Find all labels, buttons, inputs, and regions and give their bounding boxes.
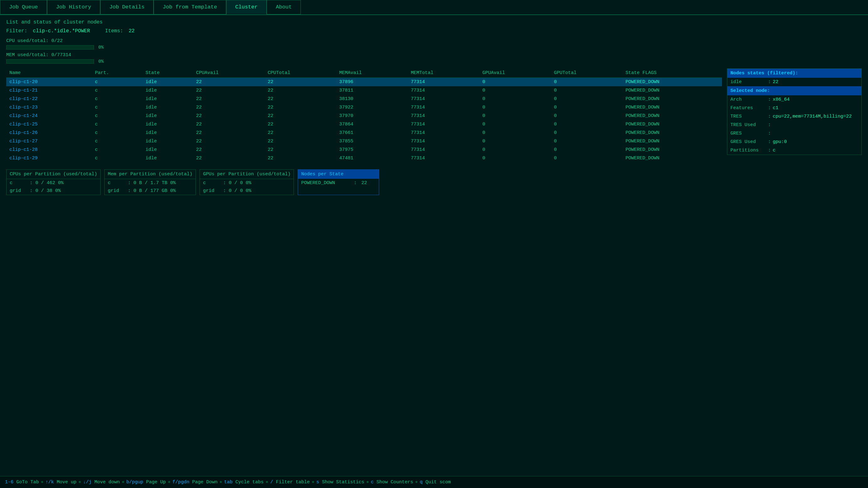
node-tres-value: cpu=22,mem=77314M,billing=22 — [773, 114, 852, 119]
tab-job-details[interactable]: Job Details — [100, 0, 154, 15]
cell-cpuavail: 22 — [193, 137, 265, 145]
table-row[interactable]: clip-c1-26 c idle 22 22 37661 77314 0 0 … — [6, 128, 722, 137]
table-row[interactable]: clip-c1-27 c idle 22 22 37855 77314 0 0 … — [6, 137, 722, 145]
cell-memavail: 37855 — [336, 137, 408, 145]
tab-job-history[interactable]: Job History — [47, 0, 100, 15]
tab-job-queue[interactable]: Job Queue — [0, 0, 47, 15]
node-gres-used-value: gpu:0 — [773, 139, 787, 145]
nodes-powered-down-label: POWERED_DOWN — [301, 180, 351, 186]
table-row[interactable]: clip-c1-25 c idle 22 22 37864 77314 0 0 … — [6, 120, 722, 128]
cell-cpuavail: 22 — [193, 112, 265, 120]
table-row[interactable]: clip-c1-22 c idle 22 22 38130 77314 0 0 … — [6, 95, 722, 103]
cell-flags: POWERED_DOWN — [622, 112, 722, 120]
cell-memtotal: 77314 — [408, 103, 479, 112]
node-arch-value: x86_64 — [773, 97, 790, 102]
sb-desc-stats: Show Statistics — [322, 480, 364, 485]
cell-memavail: 47481 — [336, 154, 408, 163]
items-label: Items: — [105, 28, 123, 34]
state-idle-value: 22 — [773, 79, 778, 85]
cell-gpuavail: 0 — [479, 78, 551, 87]
node-gres-label: GRES — [731, 131, 768, 136]
nodes-state-panel: Nodes per State POWERED_DOWN : 22 — [298, 169, 379, 195]
col-gputotal: GPUTotal — [551, 68, 622, 78]
cpu-partition-header: CPUs per Partition (used/total) — [7, 170, 100, 179]
cpu-progress: 0% — [6, 45, 862, 50]
table-row[interactable]: clip-c1-20 c idle 22 22 37896 77314 0 0 … — [6, 78, 722, 87]
node-table-section: Name Part. State CPUAvail CPUTotal MEMAv… — [6, 68, 722, 163]
tab-about[interactable]: About — [267, 0, 301, 15]
state-idle-row: idle : 22 — [727, 78, 861, 86]
sb-desc-pgdn: Page Down — [192, 480, 217, 485]
node-gres-used-label: GRES Used — [731, 139, 768, 145]
cpu-bar-bg — [6, 45, 94, 50]
cell-memtotal: 77314 — [408, 137, 479, 145]
cell-memtotal: 77314 — [408, 120, 479, 128]
sb-key-filter: / — [270, 480, 273, 485]
cell-name: clip-c1-22 — [6, 95, 92, 103]
table-row[interactable]: clip-c1-29 c idle 22 22 47481 77314 0 0 … — [6, 154, 722, 163]
cpu-grid-val: : 0 / 38 0% — [30, 188, 61, 194]
mem-progress: 0% — [6, 59, 862, 64]
tab-job-from-template[interactable]: Job from Template — [154, 0, 226, 15]
gpu-partition-panel: GPUs per Partition (used/total) c : 0 / … — [199, 169, 294, 195]
filter-value: clip-c.*idle.*POWER — [33, 28, 90, 34]
cell-cputotal: 22 — [265, 145, 336, 154]
sb-key-counters: c — [371, 480, 374, 485]
col-state: State — [142, 68, 193, 78]
cell-state: idle — [142, 120, 193, 128]
cell-gpuavail: 0 — [479, 137, 551, 145]
cell-part: c — [92, 154, 142, 163]
node-partitions-row: Partitions : c — [727, 146, 861, 154]
cell-cpuavail: 22 — [193, 103, 265, 112]
table-row[interactable]: clip-c1-28 c idle 22 22 37975 77314 0 0 … — [6, 145, 722, 154]
node-arch-label: Arch — [731, 97, 768, 102]
sb-desc-goto: GoTo Tab — [16, 480, 39, 485]
cpu-pct: 0% — [98, 45, 104, 50]
filter-line: Filter: clip-c.*idle.*POWER Items: 22 — [6, 28, 862, 34]
node-features-label: Features — [731, 105, 768, 111]
cell-cputotal: 22 — [265, 103, 336, 112]
sb-key-goto: 1-6 — [5, 480, 13, 485]
cell-gputotal: 0 — [551, 103, 622, 112]
cell-gputotal: 0 — [551, 137, 622, 145]
cell-cpuavail: 22 — [193, 154, 265, 163]
node-table-wrapper: Name Part. State CPUAvail CPUTotal MEMAv… — [6, 68, 862, 163]
cpu-c-val: : 0 / 462 0% — [30, 180, 64, 186]
cpu-partition-grid: grid : 0 / 38 0% — [7, 187, 100, 195]
sb-key-pgdn: f/pgdn — [172, 480, 189, 485]
cell-part: c — [92, 120, 142, 128]
cell-gputotal: 0 — [551, 154, 622, 163]
node-features-value: c1 — [773, 105, 778, 111]
cell-memavail: 37970 — [336, 112, 408, 120]
cell-cputotal: 22 — [265, 154, 336, 163]
cell-cpuavail: 22 — [193, 86, 265, 95]
cell-gputotal: 0 — [551, 112, 622, 120]
cell-state: idle — [142, 86, 193, 95]
tab-cluster[interactable]: Cluster — [226, 0, 267, 15]
node-tres-label: TRES — [731, 114, 768, 119]
cell-gputotal: 0 — [551, 128, 622, 137]
table-row[interactable]: clip-c1-24 c idle 22 22 37970 77314 0 0 … — [6, 112, 722, 120]
node-tres-used-row: TRES Used : — [727, 121, 861, 129]
states-panel-header: Nodes states (filtered): — [727, 69, 861, 78]
cell-cputotal: 22 — [265, 137, 336, 145]
cell-gpuavail: 0 — [479, 145, 551, 154]
table-row[interactable]: clip-c1-23 c idle 22 22 37922 77314 0 0 … — [6, 103, 722, 112]
node-tres-used-label: TRES Used — [731, 122, 768, 127]
mem-section: MEM used/total: 0/77314 0% — [6, 52, 862, 64]
table-row[interactable]: clip-c1-21 c idle 22 22 37811 77314 0 0 … — [6, 86, 722, 95]
state-idle-label: idle — [731, 79, 768, 85]
cell-flags: POWERED_DOWN — [622, 145, 722, 154]
sb-desc-counters: Show Counters — [377, 480, 413, 485]
cell-flags: POWERED_DOWN — [622, 154, 722, 163]
cell-cpuavail: 22 — [193, 145, 265, 154]
sb-key-tab: tab — [224, 480, 232, 485]
cell-cputotal: 22 — [265, 112, 336, 120]
cell-state: idle — [142, 128, 193, 137]
cpu-section: CPU used/total: 0/22 0% — [6, 38, 862, 50]
side-panel: Nodes states (filtered): idle : 22 Selec… — [727, 68, 862, 155]
cell-gpuavail: 0 — [479, 154, 551, 163]
col-gpuavail: GPUAvail — [479, 68, 551, 78]
sb-key-stats: s — [316, 480, 319, 485]
node-gres-used-row: GRES Used : gpu:0 — [727, 138, 861, 146]
